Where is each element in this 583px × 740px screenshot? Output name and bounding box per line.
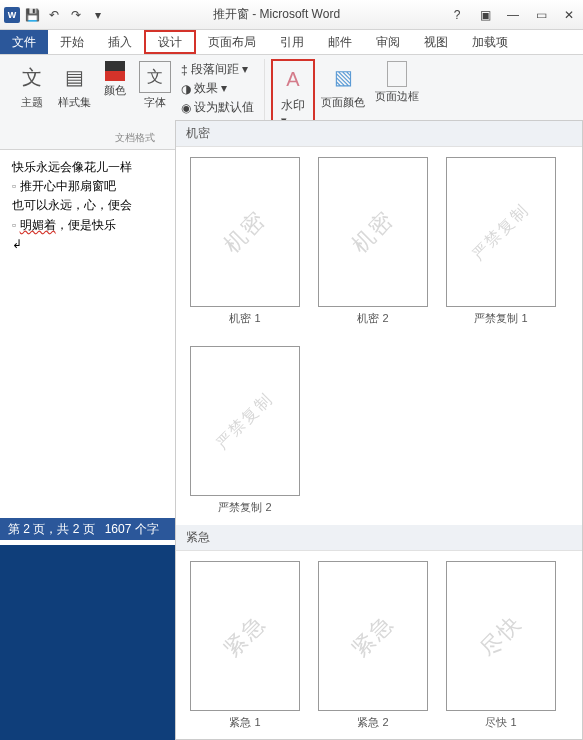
- effects-button[interactable]: ◑效果 ▾: [181, 80, 254, 97]
- minimize-button[interactable]: —: [503, 5, 523, 25]
- tab-references[interactable]: 引用: [268, 30, 316, 54]
- watermark-item-confidential-1[interactable]: 机密机密 1: [190, 157, 300, 326]
- gallery-section-confidential: 机密: [176, 121, 582, 147]
- tab-layout[interactable]: 页面布局: [196, 30, 268, 54]
- tab-file[interactable]: 文件: [0, 30, 48, 54]
- watermark-gallery: 机密 机密机密 1 机密机密 2 严禁复制严禁复制 1 严禁复制严禁复制 2 紧…: [175, 120, 583, 740]
- doc-line: ↲: [12, 235, 163, 254]
- document-body[interactable]: 快乐永远会像花儿一样 ▫ 推开心中那扇窗吧 也可以永远，心，便会 ▫ 明媚着，便…: [0, 150, 175, 262]
- page-color-icon: ▧: [327, 61, 359, 93]
- watermark-item-urgent-2[interactable]: 紧急紧急 2: [318, 561, 428, 730]
- tab-addins[interactable]: 加载项: [460, 30, 520, 54]
- word-count[interactable]: 1607 个字: [105, 521, 159, 538]
- group-label-format: 文档格式: [115, 129, 155, 145]
- fonts-icon: 文: [139, 61, 171, 93]
- doc-line: 快乐永远会像花儿一样: [12, 158, 163, 177]
- effects-icon: ◑: [181, 82, 191, 96]
- watermark-item-urgent-1[interactable]: 紧急紧急 1: [190, 561, 300, 730]
- page-count[interactable]: 第 2 页，共 2 页: [8, 521, 95, 538]
- tab-design[interactable]: 设计: [144, 30, 196, 54]
- tab-home[interactable]: 开始: [48, 30, 96, 54]
- status-bar: 第 2 页，共 2 页 1607 个字: [0, 518, 175, 540]
- colors-label: 颜色: [104, 83, 126, 98]
- redo-button[interactable]: ↷: [68, 7, 84, 23]
- gallery-section-urgent: 紧急: [176, 525, 582, 551]
- page-color-button[interactable]: ▧ 页面颜色: [317, 59, 369, 112]
- watermark-item-nocopy-2[interactable]: 严禁复制严禁复制 2: [190, 346, 300, 515]
- undo-button[interactable]: ↶: [46, 7, 62, 23]
- styleset-button[interactable]: ▤ 样式集: [54, 59, 95, 112]
- styleset-label: 样式集: [58, 95, 91, 110]
- themes-button[interactable]: 文 主题: [12, 59, 52, 112]
- window-title: 推开窗 - Microsoft Word: [106, 6, 447, 23]
- watermark-item-confidential-2[interactable]: 机密机密 2: [318, 157, 428, 326]
- gallery-row: 机密机密 1 机密机密 2 严禁复制严禁复制 1: [176, 147, 582, 336]
- gallery-row: 严禁复制严禁复制 2: [176, 336, 582, 525]
- background-pane: [0, 545, 175, 740]
- tab-view[interactable]: 视图: [412, 30, 460, 54]
- fonts-button[interactable]: 文 字体: [135, 59, 175, 112]
- gallery-row: 紧急紧急 1 紧急紧急 2 尽快尽快 1: [176, 551, 582, 740]
- page-border-button[interactable]: 页面边框: [371, 59, 423, 106]
- app-icon: W: [4, 7, 20, 23]
- close-button[interactable]: ✕: [559, 5, 579, 25]
- doc-line: 也可以永远，心，便会: [12, 196, 163, 215]
- watermark-icon: A: [277, 63, 309, 95]
- page-color-label: 页面颜色: [321, 95, 365, 110]
- save-button[interactable]: 💾: [24, 7, 40, 23]
- paragraph-spacing-button[interactable]: ‡段落间距 ▾: [181, 61, 254, 78]
- doc-line: ▫ 明媚着，便是快乐: [12, 216, 163, 235]
- tab-insert[interactable]: 插入: [96, 30, 144, 54]
- quick-access-toolbar: 💾 ↶ ↷ ▾: [24, 7, 106, 23]
- themes-icon: 文: [16, 61, 48, 93]
- set-default-button[interactable]: ◉设为默认值: [181, 99, 254, 116]
- tab-mailings[interactable]: 邮件: [316, 30, 364, 54]
- title-bar: W 💾 ↶ ↷ ▾ 推开窗 - Microsoft Word ? ▣ — ▭ ✕: [0, 0, 583, 30]
- fonts-label: 字体: [144, 95, 166, 110]
- format-options: ‡段落间距 ▾ ◑效果 ▾ ◉设为默认值: [177, 59, 258, 118]
- colors-button[interactable]: 颜色: [97, 59, 133, 100]
- default-icon: ◉: [181, 101, 191, 115]
- spacing-icon: ‡: [181, 63, 188, 77]
- doc-line: ▫ 推开心中那扇窗吧: [12, 177, 163, 196]
- styleset-icon: ▤: [59, 61, 91, 93]
- watermark-item-nocopy-1[interactable]: 严禁复制严禁复制 1: [446, 157, 556, 326]
- page-border-icon: [387, 61, 407, 87]
- tab-review[interactable]: 审阅: [364, 30, 412, 54]
- ribbon-options-button[interactable]: ▣: [475, 5, 495, 25]
- page-border-label: 页面边框: [375, 89, 419, 104]
- help-button[interactable]: ?: [447, 5, 467, 25]
- themes-label: 主题: [21, 95, 43, 110]
- watermark-item-asap-1[interactable]: 尽快尽快 1: [446, 561, 556, 730]
- ribbon-tabs: 文件 开始 插入 设计 页面布局 引用 邮件 审阅 视图 加载项: [0, 30, 583, 55]
- window-controls: ? ▣ — ▭ ✕: [447, 5, 579, 25]
- colors-icon: [105, 61, 125, 81]
- restore-button[interactable]: ▭: [531, 5, 551, 25]
- qat-more-button[interactable]: ▾: [90, 7, 106, 23]
